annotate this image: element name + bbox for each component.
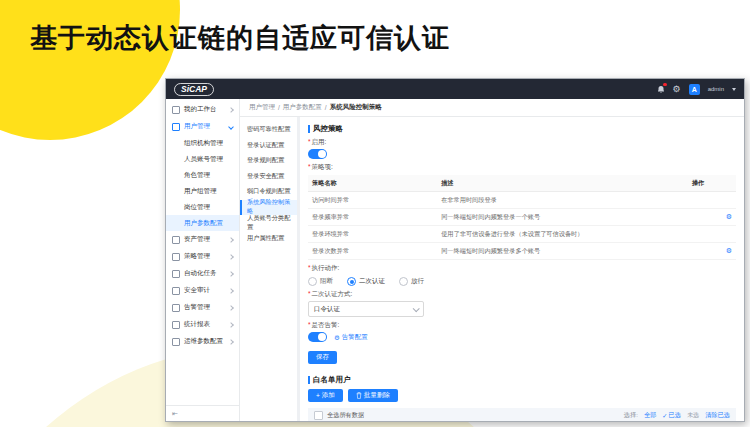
app-header: SiCAP ⚙ A admin: [166, 79, 744, 99]
radio-release[interactable]: 放行: [399, 277, 424, 286]
sidebar-item-user-param-config[interactable]: 用户参数配置: [166, 215, 239, 231]
batch-delete-button[interactable]: 批量删除: [348, 389, 398, 402]
secondary-menu: 密码可靠性配置 登录认证配置 登录规则配置 登录安全配置 弱口令规则配置 系统风…: [240, 117, 297, 421]
save-button[interactable]: 保存: [308, 351, 337, 364]
policy-row: 登录频率异常 同一终端短时间内频繁登录一个账号 ⚙: [308, 209, 736, 226]
sidebar-item-automation-task[interactable]: 自动化任务: [166, 265, 239, 282]
policy-items-label: *策略项:: [308, 163, 736, 172]
required-mark: *: [308, 138, 311, 145]
app-body: 我的工作台 用户管理 组织机构管理 人员账号管理 角色管理 用户组管理 岗位管理…: [166, 99, 744, 421]
breadcrumb-separator: /: [325, 104, 327, 111]
toggle-knob: [318, 150, 326, 158]
sidebar-item-account-management[interactable]: 人员账号管理: [166, 151, 239, 167]
policy-name-cell: 登录频率异常: [308, 209, 437, 226]
policy-row: 登录环境异常 使用了非可信设备进行登录（未设置了可信设备时）: [308, 226, 736, 243]
sidebar-item-label: 自动化任务: [184, 269, 217, 278]
policy-name-cell: 登录次数异常: [308, 243, 437, 260]
second-auth-select[interactable]: 口令认证: [308, 301, 424, 317]
chevron-right-icon: [228, 271, 234, 277]
sidebar-item-security-audit[interactable]: 安全审计: [166, 282, 239, 299]
sidebar-item-policy-management[interactable]: 策略管理: [166, 248, 239, 265]
policy-op-cell: ⚙: [688, 209, 736, 226]
sidebar-item-org-management[interactable]: 组织机构管理: [166, 135, 239, 151]
chevron-right-icon: [228, 322, 234, 328]
chevron-down-icon: [732, 88, 736, 91]
radio-second-auth[interactable]: 二次认证: [347, 277, 385, 286]
sidebar-item-usergroup-management[interactable]: 用户组管理: [166, 183, 239, 199]
user-avatar[interactable]: A: [689, 84, 700, 95]
policy-desc-cell: 使用了非可信设备进行登录（未设置了可信设备时）: [437, 226, 688, 243]
policy-op-header: 操作: [688, 175, 736, 192]
chevron-right-icon: [228, 237, 234, 243]
filter-all-link[interactable]: 全部: [644, 411, 656, 420]
submenu-item-weak-password[interactable]: 弱口令规则配置: [240, 184, 297, 200]
content-area: 密码可靠性配置 登录认证配置 登录规则配置 登录安全配置 弱口令规则配置 系统风…: [240, 117, 744, 421]
sidebar-item-reports[interactable]: 统计报表: [166, 316, 239, 333]
row-settings-gear-icon[interactable]: ⚙: [726, 247, 732, 254]
add-button[interactable]: + 添加: [308, 389, 343, 402]
submenu-item-account-classify[interactable]: 人员账号分类配置: [240, 215, 297, 231]
submenu-item-login-security[interactable]: 登录安全配置: [240, 169, 297, 185]
sidebar-item-label: 我的工作台: [184, 105, 217, 114]
submenu-item-login-auth[interactable]: 登录认证配置: [240, 138, 297, 154]
policy-row: 登录次数异常 同一终端短时间内频繁登录多个账号 ⚙: [308, 243, 736, 260]
user-name[interactable]: admin: [708, 86, 724, 92]
required-mark: *: [308, 290, 311, 297]
sidebar: 我的工作台 用户管理 组织机构管理 人员账号管理 角色管理 用户组管理 岗位管理…: [166, 99, 240, 421]
enable-label: *启用:: [308, 138, 736, 147]
sidebar-item-ops-config[interactable]: 运维参数配置: [166, 333, 239, 350]
action-label: *执行动作:: [308, 264, 736, 273]
notification-bell-icon[interactable]: [657, 85, 665, 94]
sidebar-item-workbench[interactable]: 我的工作台: [166, 101, 239, 118]
risk-policy-section-title: 风控策略: [308, 124, 736, 134]
sidebar-item-label: 统计报表: [184, 320, 210, 329]
enable-toggle[interactable]: [308, 149, 327, 159]
sidebar-item-alert-management[interactable]: 告警管理: [166, 299, 239, 316]
submenu-item-risk-control[interactable]: 系统风险控制策略: [240, 200, 297, 216]
filter-clear-link[interactable]: 清除已选: [705, 411, 730, 420]
policy-desc-cell: 同一终端短时间内频繁登录多个账号: [437, 243, 688, 260]
policy-row: 访问时间异常 在非常用时间段登录: [308, 192, 736, 209]
select-all-label: 全选所有数据: [327, 411, 364, 420]
slide-title: 基于动态认证链的自适应可信认证: [30, 20, 450, 56]
batch-delete-label: 批量删除: [364, 391, 390, 400]
collapse-sidebar-icon[interactable]: ⇤: [172, 410, 178, 417]
sidebar-item-asset-management[interactable]: 资产管理: [166, 231, 239, 248]
policy-management-icon: [172, 253, 180, 261]
sidebar-item-user-management[interactable]: 用户管理: [166, 118, 239, 135]
asset-management-icon: [172, 236, 180, 244]
filter-links: 选择: 全部 ✓ 已选 未选 清除已选: [624, 411, 730, 420]
breadcrumb-item[interactable]: 用户参数配置: [283, 103, 322, 112]
filter-unselected-link[interactable]: 未选: [687, 411, 699, 420]
submenu-item-password-reliability[interactable]: 密码可靠性配置: [240, 122, 297, 138]
select-all-checkbox[interactable]: [314, 411, 323, 420]
trash-icon: [356, 392, 362, 400]
automation-task-icon: [172, 270, 180, 278]
slide: 基于动态认证链的自适应可信认证 SiCAP ⚙ A admin 我的工作: [0, 0, 750, 427]
alert-config-link[interactable]: ⚙ 告警配置: [334, 333, 368, 342]
alert-toggle[interactable]: [308, 332, 327, 342]
required-mark: *: [308, 264, 311, 271]
breadcrumb-item[interactable]: 用户管理: [249, 103, 275, 112]
notification-badge: [663, 83, 667, 87]
sidebar-item-role-management[interactable]: 角色管理: [166, 167, 239, 183]
main-column: 用户管理 / 用户参数配置 / 系统风险控制策略 密码可靠性配置 登录认证配置 …: [240, 99, 744, 421]
select-value: 口令认证: [314, 305, 340, 314]
sidebar-item-label: 告警管理: [184, 303, 210, 312]
policy-op-cell: [688, 192, 736, 209]
policy-name-cell: 登录环境异常: [308, 226, 437, 243]
submenu-item-login-rules[interactable]: 登录规则配置: [240, 153, 297, 169]
sidebar-item-label: 用户管理: [184, 122, 210, 131]
chevron-down-icon: [228, 124, 234, 130]
sidebar-item-post-management[interactable]: 岗位管理: [166, 199, 239, 215]
sidebar-item-label: 策略管理: [184, 252, 210, 261]
plus-icon: +: [316, 392, 320, 399]
submenu-item-user-attribute[interactable]: 用户属性配置: [240, 231, 297, 247]
filter-selected-link[interactable]: ✓ 已选: [662, 411, 681, 420]
settings-gear-icon[interactable]: ⚙: [673, 85, 681, 94]
row-settings-gear-icon[interactable]: ⚙: [726, 213, 732, 220]
sidebar-item-label: 运维参数配置: [184, 337, 223, 346]
radio-label: 阻断: [320, 277, 333, 286]
user-management-icon: [172, 123, 180, 131]
radio-block[interactable]: 阻断: [308, 277, 333, 286]
